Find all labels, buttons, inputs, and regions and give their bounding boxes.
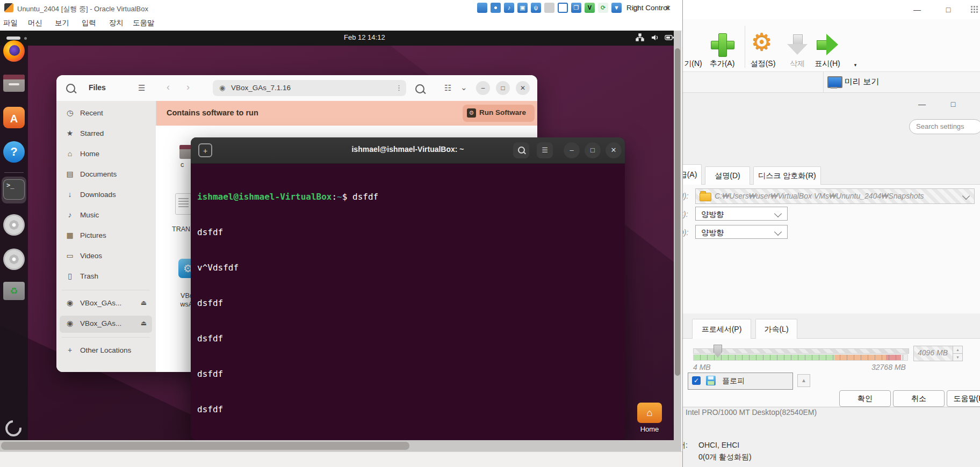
- file-label[interactable]: c: [181, 161, 184, 169]
- keyboard-capture-status-icon[interactable]: ▼: [611, 3, 622, 13]
- topbar-clock[interactable]: Feb 12 14:12: [344, 33, 385, 41]
- menu-help[interactable]: 도움말: [133, 18, 155, 28]
- menu-machine[interactable]: 머신: [28, 18, 42, 28]
- floppy-checkbox[interactable]: ✓: [692, 376, 701, 385]
- terminal-dock-icon[interactable]: >_: [3, 179, 25, 200]
- audio-status-icon[interactable]: ♪: [504, 3, 514, 13]
- sidebar-item-vbox-gas-2[interactable]: ◉VBox_GAs...⏏: [60, 316, 152, 333]
- menu-input[interactable]: 입력: [82, 18, 96, 28]
- nic-detail-text: Intel PRO/1000 MT Desktop(82540EM): [686, 408, 817, 417]
- tab-menu-icon[interactable]: ⋮: [395, 84, 402, 92]
- help-dock-icon[interactable]: ?: [3, 141, 25, 163]
- files-maximize-button[interactable]: □: [496, 81, 510, 95]
- desktop-home-icon[interactable]: ⌂: [637, 403, 662, 423]
- manager-maximize-button[interactable]: □: [943, 4, 954, 15]
- files-dock-icon[interactable]: [3, 75, 25, 92]
- files-minimize-button[interactable]: –: [476, 81, 490, 95]
- virtualization-status-icon[interactable]: V: [585, 3, 595, 13]
- view-options-chevron-icon[interactable]: ⌄: [460, 83, 467, 92]
- tab-disk-encryption[interactable]: 디스크 암호화(R): [753, 166, 821, 185]
- firefox-dock-icon[interactable]: [3, 40, 25, 62]
- memory-spin-down[interactable]: ▾: [953, 353, 963, 361]
- software-center-dock-icon[interactable]: A: [3, 107, 25, 128]
- show-dropdown-arrow-icon[interactable]: ▾: [834, 62, 877, 68]
- terminal-maximize-button[interactable]: □: [585, 142, 601, 158]
- dialog-maximize-button[interactable]: □: [948, 99, 959, 110]
- dialog-minimize-button[interactable]: —: [917, 99, 927, 110]
- volume-icon[interactable]: [651, 33, 659, 43]
- search-icon[interactable]: [66, 84, 75, 93]
- folder-search-icon[interactable]: [415, 84, 424, 93]
- star-icon: ★: [65, 129, 75, 137]
- sidebar-label: Music: [80, 211, 99, 219]
- recording-status-icon[interactable]: ❐: [571, 3, 581, 13]
- menu-devices[interactable]: 장치: [109, 18, 124, 28]
- sidebar-item-downloads[interactable]: ↓Downloads: [60, 187, 152, 204]
- sidebar-item-recent[interactable]: ◷Recent: [60, 105, 152, 122]
- file-label[interactable]: TRAN: [172, 225, 190, 233]
- desktop-home-label[interactable]: Home: [633, 425, 666, 433]
- location-tab[interactable]: ◉ VBox_GAs_7.1.16 ⋮: [213, 80, 406, 96]
- vm-vscroll-thumb[interactable]: [675, 48, 680, 376]
- vm-hscroll-thumb[interactable]: [1, 442, 409, 450]
- eject-icon[interactable]: ⏏: [141, 299, 147, 307]
- shared-folders-status-icon[interactable]: [544, 3, 554, 13]
- workspace-dot[interactable]: [24, 37, 27, 40]
- hamburger-menu-icon[interactable]: ☰: [138, 83, 145, 93]
- display-status-icon[interactable]: [558, 3, 568, 13]
- optical-disc2-dock-icon[interactable]: [3, 249, 25, 270]
- sidebar-item-music[interactable]: ♪Music: [60, 207, 152, 224]
- workspace-pill[interactable]: [6, 37, 20, 40]
- sidebar-label: VBox_GAs...: [80, 299, 121, 307]
- add-icon[interactable]: [711, 33, 733, 56]
- optical-disc-dock-icon[interactable]: [3, 214, 25, 236]
- run-software-button[interactable]: ⚙ Run Software: [463, 105, 535, 122]
- terminal-body[interactable]: ishmael@ishmael-VirtualBox:~$ dsfdf dsfd…: [197, 167, 618, 440]
- network-status-icon[interactable]: ▣: [517, 3, 528, 13]
- files-close-button[interactable]: ✕: [516, 81, 530, 95]
- network-tray-icon[interactable]: [636, 33, 644, 43]
- terminal-minimize-button[interactable]: –: [564, 142, 580, 158]
- menu-view[interactable]: 보기: [55, 18, 69, 28]
- menu-file[interactable]: 파일: [3, 18, 18, 28]
- sidebar-item-pictures[interactable]: ▦Pictures: [60, 228, 152, 245]
- vm-vertical-scrollbar[interactable]: [674, 31, 681, 451]
- manager-minimize-button[interactable]: —: [912, 4, 923, 15]
- resize-grip[interactable]: [970, 5, 978, 13]
- eject-icon[interactable]: ⏏: [141, 319, 147, 327]
- mouse-integration-status-icon[interactable]: ⟳: [598, 3, 608, 13]
- list-view-icon[interactable]: ☷: [444, 83, 451, 93]
- sidebar-item-videos[interactable]: ▭Videos: [60, 248, 152, 265]
- usb-status-icon[interactable]: ψ: [531, 3, 541, 13]
- show-icon[interactable]: [816, 33, 839, 56]
- settings-gear-icon[interactable]: ⚙: [751, 30, 772, 54]
- ok-button[interactable]: 확인: [839, 390, 891, 407]
- file-icon-document[interactable]: [175, 193, 192, 215]
- trash-dock-icon[interactable]: ♻: [3, 282, 25, 300]
- sidebar-item-documents[interactable]: ▤Documents: [60, 166, 152, 184]
- memory-slider-track[interactable]: [693, 348, 909, 354]
- preview-label: 미리 보기: [845, 77, 879, 87]
- settings-search-input[interactable]: Search settings: [909, 119, 980, 134]
- sidebar-item-home[interactable]: ⌂Home: [60, 146, 152, 163]
- forward-button[interactable]: ›: [186, 82, 190, 93]
- sidebar-item-other-locations[interactable]: +Other Locations: [60, 342, 152, 360]
- terminal-menu-button[interactable]: ☰: [537, 142, 553, 158]
- terminal-close-button[interactable]: ✕: [606, 142, 622, 158]
- sidebar-item-vbox-gas-1[interactable]: ◉VBox_GAs...⏏: [60, 295, 152, 312]
- memory-spin-up[interactable]: ▴: [953, 346, 963, 354]
- tab-description[interactable]: 설명(D): [705, 166, 750, 185]
- optical-disc-status-icon[interactable]: [491, 3, 501, 13]
- sidebar-item-starred[interactable]: ★Starred: [60, 126, 152, 143]
- toolbar-add-button[interactable]: 추가(A): [701, 59, 744, 69]
- tab-acceleration[interactable]: 가속(L): [755, 319, 797, 339]
- help-button[interactable]: 도움말(H: [947, 390, 980, 407]
- hard-disk-status-icon[interactable]: [477, 3, 487, 13]
- back-button[interactable]: ‹: [167, 82, 170, 93]
- terminal-search-button[interactable]: [513, 142, 529, 158]
- cancel-button[interactable]: 취소: [893, 390, 945, 407]
- sidebar-item-trash[interactable]: ▯Trash: [60, 268, 152, 286]
- tab-processor[interactable]: 프로세서(P): [692, 319, 751, 339]
- battery-icon[interactable]: [665, 33, 674, 43]
- vm-horizontal-scrollbar[interactable]: [0, 440, 674, 451]
